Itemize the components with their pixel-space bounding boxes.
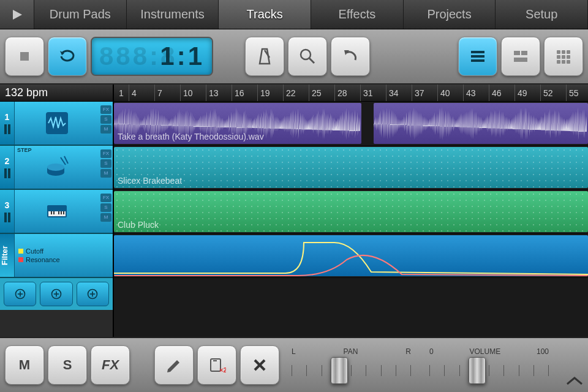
mute-badge[interactable]: M — [100, 125, 111, 134]
mute-badge[interactable]: M — [100, 213, 111, 222]
tab-projects[interactable]: Projects — [404, 0, 496, 29]
ruler-tick: 52 — [540, 85, 566, 101]
position-display[interactable]: 888:8 1:1 — [91, 37, 213, 76]
keys-track-icon — [15, 190, 99, 233]
svg-rect-11 — [521, 51, 527, 55]
expand-button[interactable] — [561, 337, 583, 392]
volume-slider[interactable] — [429, 358, 549, 383]
ruler-tick: 31 — [360, 85, 386, 101]
ruler-tick: 28 — [334, 85, 360, 101]
svg-rect-9 — [471, 59, 484, 62]
svg-rect-1 — [20, 52, 29, 61]
svg-line-27 — [64, 156, 68, 164]
ruler-tick: 46 — [489, 85, 514, 101]
svg-rect-15 — [567, 50, 570, 54]
tab-tracks[interactable]: Tracks — [219, 0, 311, 29]
svg-text:×2: ×2 — [219, 366, 226, 374]
track-lane-1[interactable]: Take a breath (Katy Theodossiou).wav — [114, 102, 588, 146]
track-lane-filter[interactable] — [114, 234, 588, 278]
pan-slider-group: L PAN R — [285, 347, 417, 383]
svg-rect-10 — [514, 51, 520, 55]
mute-badge[interactable]: M — [100, 169, 111, 178]
undo-button[interactable] — [331, 37, 370, 76]
track-header-3[interactable]: 3 FX S M — [0, 190, 113, 234]
view-list-button[interactable] — [458, 37, 497, 76]
fx-button[interactable]: FX — [91, 345, 130, 385]
svg-point-4 — [301, 50, 311, 59]
filter-track-header[interactable]: Filter Cutoff Resonance — [0, 234, 113, 278]
svg-rect-7 — [471, 51, 484, 53]
svg-rect-20 — [562, 60, 565, 64]
ruler-tick: 13 — [206, 85, 232, 101]
ruler-tick: 55 — [566, 85, 588, 101]
stop-button[interactable] — [5, 37, 44, 76]
zoom-button[interactable] — [288, 37, 327, 76]
solo-button[interactable]: S — [48, 345, 87, 385]
ruler-tick: 37 — [412, 85, 437, 101]
tab-effects[interactable]: Effects — [311, 0, 404, 29]
svg-rect-30 — [51, 211, 52, 214]
solo-badge[interactable]: S — [100, 115, 111, 124]
add-track-button-3[interactable] — [77, 282, 109, 306]
edit-button[interactable] — [154, 345, 194, 385]
audio-clip-1b[interactable] — [374, 103, 588, 144]
ruler-tick: 4 — [129, 85, 154, 101]
audio-clip-1a[interactable]: Take a breath (Katy Theodossiou).wav — [114, 103, 361, 144]
track-header-2[interactable]: 2 STEP FX S M — [0, 146, 113, 190]
track-lane-3[interactable]: Club Pluck — [114, 190, 588, 234]
svg-rect-18 — [567, 55, 570, 59]
fx-badge[interactable]: FX — [100, 194, 111, 202]
ruler-tick: 10 — [180, 85, 206, 101]
fx-badge[interactable]: FX — [100, 105, 111, 114]
add-track-button-1[interactable] — [4, 282, 36, 306]
view-split-button[interactable] — [501, 37, 540, 76]
svg-rect-16 — [557, 55, 560, 59]
tab-instruments[interactable]: Instruments — [127, 0, 219, 29]
automation-clip[interactable] — [114, 235, 588, 276]
tempo-display[interactable]: 132 bpm — [0, 85, 113, 102]
ruler-tick: 1 — [114, 85, 129, 101]
view-grid-button[interactable] — [544, 37, 583, 76]
fx-badge[interactable]: FX — [100, 149, 111, 158]
svg-rect-17 — [562, 55, 565, 59]
pan-slider[interactable] — [292, 358, 411, 383]
volume-slider-group: 0 VOLUME 100 — [423, 347, 555, 383]
add-track-button-2[interactable] — [40, 282, 72, 306]
ruler-tick: 40 — [437, 85, 463, 101]
track-lane-2[interactable]: Slicex Brakebeat — [114, 146, 588, 190]
pan-thumb[interactable] — [331, 357, 348, 384]
svg-rect-8 — [471, 55, 484, 58]
svg-rect-21 — [567, 60, 570, 64]
play-button[interactable] — [0, 0, 34, 29]
toolbar: 888:8 1:1 — [0, 29, 588, 85]
tab-setup[interactable]: Setup — [496, 0, 588, 29]
svg-rect-34 — [63, 211, 64, 214]
svg-rect-32 — [58, 211, 59, 214]
delete-button[interactable] — [240, 345, 279, 385]
audio-track-icon — [15, 102, 99, 145]
ruler-tick: 7 — [154, 85, 180, 101]
duplicate-button[interactable]: ×2 — [197, 345, 236, 385]
solo-badge[interactable]: S — [100, 159, 111, 168]
pattern-clip-3[interactable]: Club Pluck — [114, 191, 588, 232]
tab-drum-pads[interactable]: Drum Pads — [34, 0, 127, 29]
volume-thumb[interactable] — [469, 357, 486, 384]
svg-rect-33 — [61, 211, 62, 214]
ruler-tick: 16 — [232, 85, 257, 101]
mute-button[interactable]: M — [5, 345, 44, 385]
metronome-button[interactable] — [245, 37, 284, 76]
svg-rect-12 — [514, 58, 527, 62]
timeline-ruler[interactable]: 14710131619222528313437404346495255 — [114, 85, 588, 102]
loop-button[interactable] — [48, 37, 87, 76]
pattern-clip-2[interactable]: Slicex Brakebeat — [114, 147, 588, 188]
svg-rect-14 — [562, 50, 565, 54]
solo-badge[interactable]: S — [100, 203, 111, 212]
track-header-1[interactable]: 1 FX S M — [0, 102, 113, 146]
track-headers-column: 132 bpm 1 FX S M 2 STEP FX S M — [0, 85, 114, 337]
svg-rect-31 — [53, 211, 55, 214]
svg-marker-0 — [13, 10, 22, 20]
svg-rect-13 — [557, 50, 560, 54]
ruler-tick: 19 — [257, 85, 283, 101]
ruler-tick: 25 — [309, 85, 334, 101]
bottom-bar: M S FX ×2 L PAN R 0 VOLUME 100 — [0, 337, 588, 392]
